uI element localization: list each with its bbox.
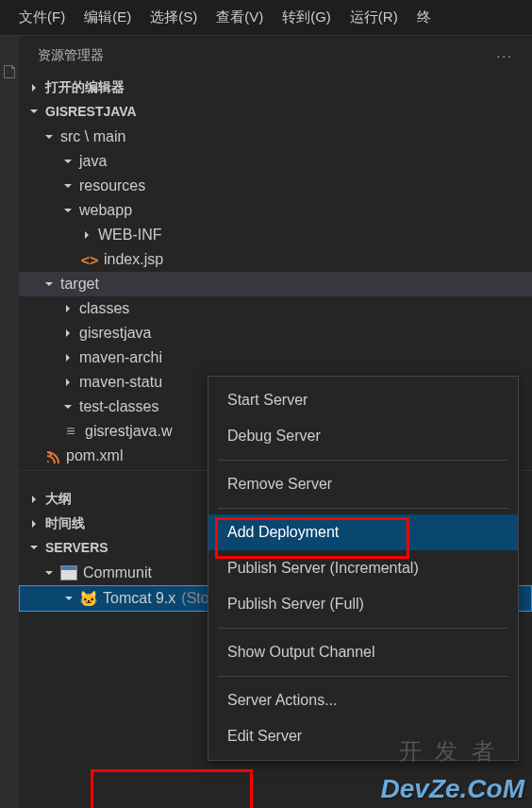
tree-label: Communit: [83, 564, 152, 581]
tree-folder-maven-archi[interactable]: maven-archi: [19, 345, 532, 370]
menubar: 文件(F) 编辑(E) 选择(S) 查看(V) 转到(G) 运行(R) 终: [0, 0, 532, 36]
server-icon: [60, 565, 77, 581]
context-add-deployment[interactable]: Add Deployment: [208, 514, 518, 550]
menu-run[interactable]: 运行(R): [350, 8, 398, 26]
chevron-down-icon: [43, 278, 55, 290]
chevron-down-icon: [43, 567, 55, 579]
chevron-down-icon: [62, 401, 74, 412]
chevron-down-icon: [63, 593, 75, 604]
menu-select[interactable]: 选择(S): [150, 8, 197, 26]
section-label: 打开的编辑器: [45, 79, 125, 96]
section-label: SERVERS: [45, 540, 108, 555]
chevron-right-icon: [28, 494, 40, 505]
menu-view[interactable]: 查看(V): [216, 8, 263, 26]
separator: [218, 460, 508, 461]
tree-label: pom.xml: [66, 447, 123, 464]
chevron-down-icon: [28, 106, 40, 117]
menu-terminal[interactable]: 终: [417, 8, 431, 26]
chevron-right-icon: [28, 518, 40, 530]
context-start-server[interactable]: Start Server: [208, 382, 518, 418]
tree-label: gisrestjava: [79, 325, 151, 342]
sidebar-header: 资源管理器 ···: [19, 36, 532, 76]
tree-label: index.jsp: [104, 251, 163, 268]
tree-label: Tomcat 9.x: [103, 590, 175, 607]
tree-folder-target[interactable]: target: [19, 272, 532, 296]
highlight-box-tomcat: [91, 769, 253, 808]
context-publish-full[interactable]: Publish Server (Full): [208, 586, 518, 622]
tree-label: maven-statu: [79, 374, 162, 391]
context-show-output[interactable]: Show Output Channel: [208, 634, 518, 670]
files-icon[interactable]: [2, 64, 17, 79]
tree-label: classes: [79, 300, 129, 317]
context-menu: Start Server Debug Server Remove Server …: [208, 376, 519, 761]
tree-label: src \ main: [60, 128, 125, 145]
separator: [218, 508, 508, 509]
menu-file[interactable]: 文件(F): [19, 8, 65, 26]
tree-folder-webapp[interactable]: webapp: [19, 198, 532, 223]
separator: [218, 676, 508, 677]
sidebar-title: 资源管理器: [38, 47, 104, 64]
tree-label: target: [60, 276, 99, 293]
section-open-editors[interactable]: 打开的编辑器: [19, 76, 532, 100]
chevron-right-icon: [62, 377, 74, 388]
context-publish-incremental[interactable]: Publish Server (Incremental): [208, 550, 518, 586]
section-label: GISRESTJAVA: [45, 104, 137, 119]
context-remove-server[interactable]: Remove Server: [208, 466, 518, 502]
chevron-down-icon: [62, 180, 74, 192]
tree-folder-resources[interactable]: resources: [19, 174, 532, 198]
chevron-right-icon: [62, 352, 74, 363]
tree-file-index-jsp[interactable]: <> index.jsp: [19, 247, 532, 272]
watermark-domain: DevZe.CoM: [381, 774, 524, 804]
tree-label: gisrestjava.w: [85, 423, 172, 440]
chevron-down-icon: [28, 542, 40, 553]
tree-label: WEB-INF: [98, 227, 162, 244]
tree-label: resources: [79, 177, 145, 194]
context-server-actions[interactable]: Server Actions...: [208, 682, 518, 718]
chevron-down-icon: [43, 131, 55, 143]
tomcat-icon: 🐱: [80, 590, 97, 607]
xml-file-icon: [43, 447, 60, 464]
tree-folder-classes[interactable]: classes: [19, 296, 532, 321]
section-label: 大纲: [45, 491, 72, 508]
tree-folder-java[interactable]: java: [19, 149, 532, 174]
menu-edit[interactable]: 编辑(E): [84, 8, 131, 26]
chevron-right-icon: [28, 82, 40, 93]
chevron-down-icon: [62, 205, 74, 216]
menu-goto[interactable]: 转到(G): [282, 8, 331, 26]
context-debug-server[interactable]: Debug Server: [208, 418, 518, 454]
code-file-icon: <>: [81, 251, 98, 268]
chevron-down-icon: [62, 156, 74, 167]
tree-folder-src-main[interactable]: src \ main: [19, 125, 532, 149]
sidebar: 资源管理器 ··· 打开的编辑器 GISRESTJAVA src \ main: [19, 36, 532, 808]
tree-folder-web-inf[interactable]: WEB-INF: [19, 223, 532, 247]
tree-label: java: [79, 153, 107, 170]
tree-folder-gisrestjava[interactable]: gisrestjava: [19, 321, 532, 345]
section-label: 时间线: [45, 515, 85, 532]
tree-label: webapp: [79, 202, 132, 219]
tree-label: test-classes: [79, 398, 158, 415]
tree-label: maven-archi: [79, 349, 162, 366]
chevron-right-icon: [62, 303, 74, 314]
separator: [218, 628, 508, 629]
chevron-right-icon: [81, 229, 92, 241]
watermark-chars: 开 发 者: [399, 736, 498, 766]
chevron-right-icon: [62, 328, 74, 339]
activity-bar: [0, 36, 19, 808]
file-icon: ≡: [62, 423, 79, 440]
section-project[interactable]: GISRESTJAVA: [19, 100, 532, 123]
more-icon[interactable]: ···: [496, 48, 513, 63]
